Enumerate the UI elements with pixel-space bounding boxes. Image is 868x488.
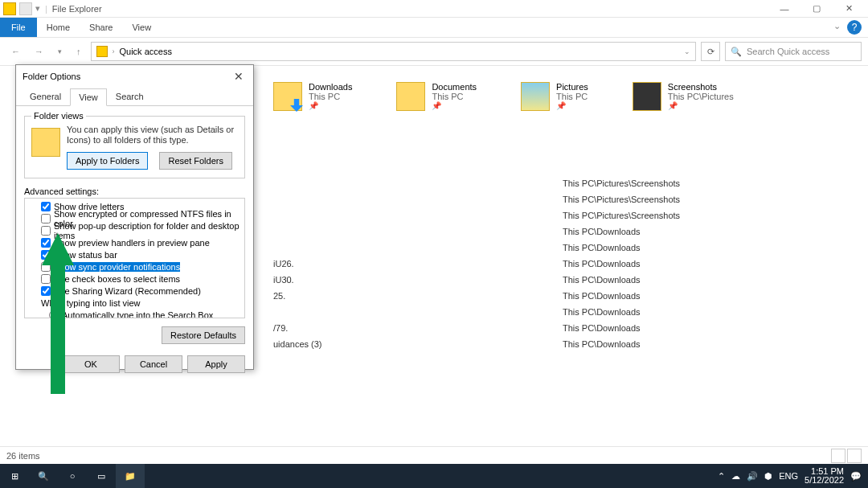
ribbon-file[interactable]: File	[0, 18, 37, 37]
restore-defaults-button[interactable]: Restore Defaults	[162, 326, 245, 344]
apply-button[interactable]: Apply	[187, 355, 245, 373]
start-button[interactable]: ⊞	[0, 464, 29, 488]
tree-checkbox[interactable]	[41, 214, 51, 223]
folder-item[interactable]: Downloads This PC 📌	[273, 82, 352, 111]
tab-search[interactable]: Search	[107, 88, 153, 105]
chevron-icon[interactable]: ›	[113, 47, 115, 55]
help-icon[interactable]: ?	[847, 20, 862, 35]
reset-folders-button[interactable]: Reset Folders	[159, 152, 231, 170]
location-text: Quick access	[120, 47, 172, 56]
folder-name: Screenshots	[668, 82, 734, 92]
ribbon-expand-icon[interactable]: ⌄	[827, 18, 847, 37]
view-large-icon[interactable]	[847, 449, 862, 463]
tray-volume-icon[interactable]: 🔊	[747, 471, 758, 482]
address-dropdown-icon[interactable]: ⌄	[684, 47, 690, 55]
qa-dropdown[interactable]: ▾	[35, 3, 40, 14]
ribbon-tab-home[interactable]: Home	[37, 18, 80, 37]
file-path: This PC\Downloads	[563, 307, 641, 317]
recent-dropdown[interactable]: ▾	[53, 46, 67, 57]
folder-name: Documents	[432, 82, 477, 92]
file-path: This PC\Downloads	[563, 291, 641, 301]
pin-icon: 📌	[556, 101, 588, 110]
folder-item[interactable]: Pictures This PC 📌	[521, 82, 588, 111]
view-details-icon[interactable]	[831, 449, 845, 463]
file-path: This PC\Downloads	[563, 323, 641, 333]
search-icon: 🔍	[731, 47, 742, 57]
ribbon-tab-share[interactable]: Share	[80, 18, 122, 37]
tray-notifications-icon[interactable]: 💬	[850, 471, 862, 482]
status-text: 26 items	[6, 451, 40, 461]
address-bar[interactable]: › Quick access ⌄	[91, 42, 697, 61]
folder-location: This PC	[309, 92, 352, 101]
folder-name: Pictures	[556, 82, 588, 92]
tree-label: Automatically type into the Search Box	[62, 310, 213, 319]
tray-lang[interactable]: ENG	[779, 471, 798, 481]
file-row[interactable]: uidances (3) This PC\Downloads	[273, 336, 868, 352]
folder-location: This PC\Pictures	[668, 92, 734, 101]
folder-location: This PC	[556, 92, 588, 101]
file-row[interactable]: This PC\Downloads	[273, 223, 868, 240]
app-icon	[3, 2, 16, 15]
file-name: /79.	[273, 323, 563, 333]
tray-chevron-icon[interactable]: ⌃	[718, 471, 725, 482]
folder-item[interactable]: Screenshots This PC\Pictures 📌	[633, 82, 734, 111]
file-row[interactable]: This PC\Downloads	[273, 304, 868, 320]
dialog-close-button[interactable]: ✕	[231, 70, 247, 83]
refresh-button[interactable]: ⟳	[701, 42, 720, 61]
up-button[interactable]: ↑	[72, 45, 86, 58]
cancel-button[interactable]: Cancel	[125, 355, 182, 373]
folder-location: This PC	[432, 92, 477, 101]
file-row[interactable]: iU30. This PC\Downloads	[273, 272, 868, 288]
tree-checkbox[interactable]	[41, 202, 51, 211]
tray-app-icon[interactable]: ⬢	[764, 471, 772, 482]
folder-icon	[521, 82, 550, 111]
tab-general[interactable]: General	[21, 88, 70, 105]
file-row[interactable]: 25. This PC\Downloads	[273, 288, 868, 304]
file-path: This PC\Pictures\Screenshots	[563, 211, 680, 220]
apply-to-folders-button[interactable]: Apply to Folders	[67, 152, 148, 170]
minimize-button[interactable]: —	[768, 0, 800, 18]
folder-icon	[396, 82, 425, 111]
window-title: File Explorer	[52, 4, 102, 14]
tree-label: Use Sharing Wizard (Recommended)	[54, 286, 201, 296]
tray-clock[interactable]: 1:51 PM5/12/2022	[805, 467, 844, 485]
tray-cloud-icon[interactable]: ☁	[731, 471, 740, 482]
close-button[interactable]: ✕	[833, 0, 865, 18]
advanced-settings-label: Advanced settings:	[24, 187, 245, 196]
folder-icon	[273, 82, 302, 111]
folder-views-icon	[31, 128, 60, 157]
pin-icon: 📌	[432, 101, 477, 110]
file-row[interactable]: /79. This PC\Downloads	[273, 320, 868, 336]
file-row[interactable]: This PC\Pictures\Screenshots	[273, 191, 868, 207]
taskbar-explorer[interactable]: 📁	[116, 464, 145, 488]
file-name: uidances (3)	[273, 339, 563, 349]
back-button[interactable]: ←	[6, 45, 25, 58]
file-name: iU26.	[273, 259, 563, 269]
maximize-button[interactable]: ▢	[800, 0, 833, 18]
folder-item[interactable]: Documents This PC 📌	[396, 82, 477, 111]
file-path: This PC\Downloads	[563, 259, 641, 269]
file-row[interactable]: iU26. This PC\Downloads	[273, 256, 868, 272]
folder-icon	[633, 82, 661, 111]
forward-button[interactable]: →	[30, 45, 48, 58]
file-path: This PC\Downloads	[563, 275, 641, 285]
folder-views-text: You can apply this view (such as Details…	[67, 125, 238, 146]
file-row[interactable]: This PC\Pictures\Screenshots	[273, 175, 868, 191]
task-view-button[interactable]: ▭	[87, 464, 116, 488]
qa-icon[interactable]	[19, 2, 32, 15]
search-input[interactable]: 🔍 Search Quick access	[725, 42, 862, 61]
file-path: This PC\Downloads	[563, 339, 641, 349]
dialog-title: Folder Options	[23, 72, 80, 81]
file-row[interactable]: This PC\Pictures\Screenshots	[273, 207, 868, 223]
cortana-button[interactable]: ○	[58, 464, 87, 488]
ribbon-tab-view[interactable]: View	[122, 18, 161, 37]
file-row[interactable]: This PC\Downloads	[273, 240, 868, 256]
pin-icon: 📌	[309, 101, 352, 110]
file-name: iU30.	[273, 275, 563, 285]
file-path: This PC\Downloads	[563, 243, 641, 252]
file-path: This PC\Pictures\Screenshots	[563, 178, 680, 188]
pin-icon: 📌	[668, 101, 734, 110]
search-button[interactable]: 🔍	[29, 464, 58, 488]
location-icon	[96, 46, 108, 57]
tab-view[interactable]: View	[70, 88, 107, 106]
